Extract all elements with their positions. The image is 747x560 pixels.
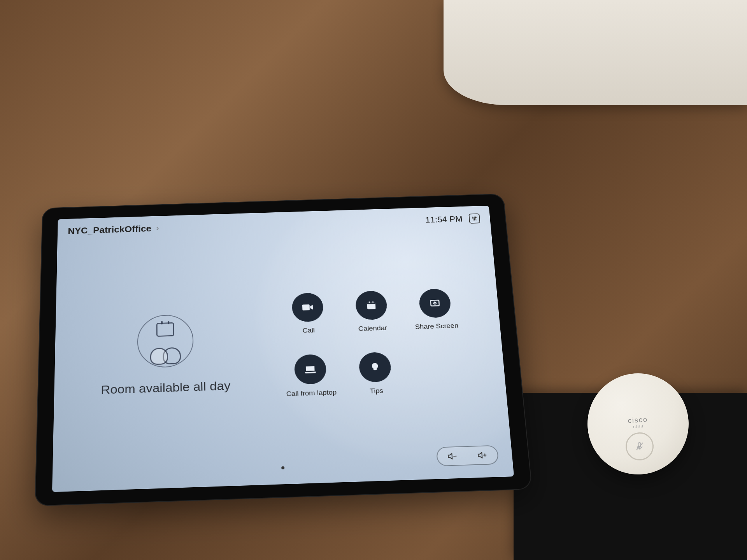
availability-status-label: Room available all day (101, 378, 230, 397)
svg-line-17 (485, 454, 485, 456)
laptop-icon (304, 363, 317, 376)
availability-illustration (132, 314, 199, 368)
calendar-label: Calendar (358, 324, 388, 332)
volume-down-button[interactable] (444, 448, 461, 464)
svg-point-5 (472, 217, 473, 218)
screen: NYC_PatrickOffice 11:54 PM (52, 206, 514, 492)
touch-controller-device: NYC_PatrickOffice 11:54 PM (35, 194, 532, 506)
calendar-icon (365, 300, 377, 310)
main-area: Room available all day Call Calendar (53, 255, 510, 451)
tips-label: Tips (370, 387, 383, 395)
svg-marker-15 (478, 452, 482, 458)
share-screen-icon (429, 298, 441, 308)
volume-control (436, 445, 499, 467)
share-screen-button[interactable]: Share Screen (406, 288, 466, 341)
lightbulb-icon (370, 362, 381, 372)
volume-up-button[interactable] (474, 448, 491, 463)
room-name-button[interactable]: NYC_PatrickOffice (68, 223, 160, 236)
tips-button[interactable]: Tips (346, 352, 406, 407)
share-screen-label: Share Screen (415, 322, 459, 331)
chevron-right-icon (155, 225, 160, 232)
top-right-cluster: 11:54 PM (425, 213, 480, 225)
call-button[interactable]: Call (279, 292, 337, 346)
status-pane: Room available all day (53, 262, 264, 451)
mic-mute-button (625, 431, 655, 461)
actions-grid: Call Calendar Share Screen (258, 255, 510, 444)
home-indicator (281, 466, 284, 469)
background-object-bag (444, 0, 747, 105)
video-camera-icon (301, 301, 314, 313)
svg-marker-13 (448, 453, 452, 459)
calendar-icon (156, 322, 174, 336)
top-bar: NYC_PatrickOffice 11:54 PM (68, 213, 480, 236)
svg-point-7 (475, 217, 476, 217)
call-from-laptop-label: Call from laptop (286, 388, 337, 398)
volume-up-icon (477, 450, 488, 460)
svg-rect-9 (367, 302, 375, 304)
room-name-label: NYC_PatrickOffice (68, 224, 151, 236)
control-panel-button[interactable] (468, 213, 480, 223)
call-label: Call (302, 326, 315, 334)
call-from-laptop-button[interactable]: Call from laptop (282, 354, 341, 409)
mic-brand-label: cisco (628, 415, 648, 425)
people-icon (150, 347, 181, 365)
clock-label: 11:54 PM (425, 214, 463, 225)
svg-point-6 (474, 219, 475, 219)
calendar-button[interactable]: Calendar (343, 290, 402, 343)
volume-down-icon (447, 451, 458, 461)
